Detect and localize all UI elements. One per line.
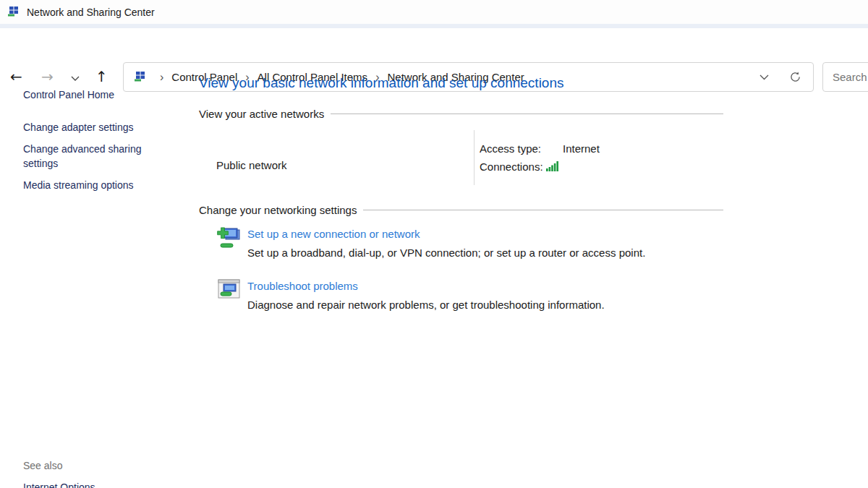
access-type-value: Internet bbox=[563, 142, 600, 155]
connections-label: Connections: bbox=[480, 160, 543, 173]
networking-settings-label: Change your networking settings bbox=[199, 204, 357, 216]
sidebar-item-control-panel-home[interactable]: Control Panel Home bbox=[23, 87, 114, 102]
recent-locations-chevron-icon[interactable] bbox=[71, 72, 80, 83]
active-networks-label: View your active networks bbox=[199, 108, 324, 120]
signal-bars-icon[interactable] bbox=[546, 160, 561, 171]
section-divider bbox=[331, 114, 723, 114]
network-and-sharing-icon bbox=[134, 71, 146, 83]
network-and-sharing-icon bbox=[7, 6, 20, 18]
sidebar-item-media-streaming-options[interactable]: Media streaming options bbox=[23, 178, 134, 192]
window-title: Network and Sharing Center bbox=[27, 7, 155, 18]
sidebar-item-change-advanced-sharing-settings[interactable]: Change advanced sharing settings bbox=[23, 142, 153, 171]
troubleshoot-problems-link[interactable]: Troubleshoot problems bbox=[247, 280, 358, 292]
page-title: View your basic network information and … bbox=[199, 75, 563, 91]
navigation-toolbar: ← → ↑ › Control Panel › All Control Pane… bbox=[0, 28, 868, 69]
setup-new-connection-description: Set up a broadband, dial-up, or VPN conn… bbox=[247, 247, 645, 259]
access-type-label: Access type: bbox=[480, 142, 541, 155]
search-input[interactable] bbox=[823, 71, 868, 83]
address-dropdown-chevron-icon[interactable] bbox=[760, 74, 769, 80]
networking-settings-section-header: Change your networking settings bbox=[199, 204, 723, 216]
breadcrumb-separator-icon: › bbox=[160, 71, 163, 84]
forward-button[interactable]: → bbox=[41, 67, 54, 87]
setup-new-connection-link[interactable]: Set up a new connection or network bbox=[247, 228, 420, 240]
network-name: Public network bbox=[216, 159, 287, 171]
refresh-icon[interactable] bbox=[789, 71, 801, 83]
active-networks-section-header: View your active networks bbox=[199, 108, 723, 120]
troubleshoot-problems-description: Diagnose and repair network problems, or… bbox=[247, 299, 605, 311]
up-button[interactable]: ↑ bbox=[95, 67, 108, 87]
back-button[interactable]: ← bbox=[10, 67, 22, 87]
sidebar-item-change-adapter-settings[interactable]: Change adapter settings bbox=[23, 120, 134, 134]
network-sharing-center-window: Network and Sharing Center ← → ↑ › Contr… bbox=[0, 0, 868, 488]
troubleshoot-icon bbox=[218, 278, 240, 300]
network-detail-divider bbox=[474, 130, 475, 185]
sidebar-item-internet-options[interactable]: Internet Options bbox=[23, 480, 95, 488]
title-bar: Network and Sharing Center bbox=[0, 0, 868, 24]
search-box[interactable] bbox=[822, 62, 868, 92]
section-divider bbox=[363, 210, 723, 210]
new-connection-icon bbox=[216, 224, 242, 249]
see-also-heading: See also bbox=[23, 460, 62, 471]
